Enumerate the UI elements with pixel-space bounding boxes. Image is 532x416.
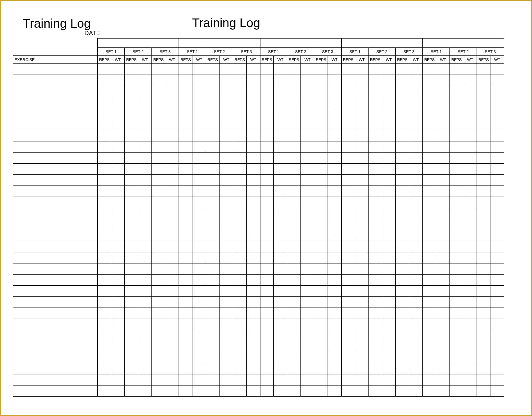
exercise-name-cell[interactable]	[13, 241, 98, 252]
wt-cell[interactable]	[192, 86, 206, 97]
reps-cell[interactable]	[341, 219, 355, 230]
wt-cell[interactable]	[409, 363, 423, 374]
wt-cell[interactable]	[490, 352, 504, 363]
reps-cell[interactable]	[450, 319, 463, 330]
reps-cell[interactable]	[152, 241, 165, 252]
reps-cell[interactable]	[450, 130, 463, 141]
wt-cell[interactable]	[274, 153, 287, 164]
reps-cell[interactable]	[125, 97, 138, 108]
reps-cell[interactable]	[450, 208, 463, 219]
wt-cell[interactable]	[409, 75, 423, 86]
wt-cell[interactable]	[301, 319, 314, 330]
wt-cell[interactable]	[382, 352, 396, 363]
reps-cell[interactable]	[450, 97, 463, 108]
wt-cell[interactable]	[301, 297, 314, 308]
reps-cell[interactable]	[287, 385, 301, 397]
reps-cell[interactable]	[450, 141, 463, 153]
wt-cell[interactable]	[111, 275, 125, 286]
wt-cell[interactable]	[409, 130, 423, 141]
reps-cell[interactable]	[341, 308, 355, 319]
reps-cell[interactable]	[206, 64, 220, 75]
wt-cell[interactable]	[490, 297, 504, 308]
wt-cell[interactable]	[111, 330, 125, 341]
reps-cell[interactable]	[125, 86, 138, 97]
wt-cell[interactable]	[165, 352, 179, 363]
reps-cell[interactable]	[179, 286, 192, 297]
wt-cell[interactable]	[328, 297, 341, 308]
reps-cell[interactable]	[369, 374, 382, 385]
wt-cell[interactable]	[355, 385, 369, 397]
reps-cell[interactable]	[233, 197, 247, 208]
wt-cell[interactable]	[436, 230, 450, 241]
wt-cell[interactable]	[382, 186, 396, 197]
wt-cell[interactable]	[138, 208, 152, 219]
wt-cell[interactable]	[247, 208, 260, 219]
reps-cell[interactable]	[152, 130, 165, 141]
reps-cell[interactable]	[341, 374, 355, 385]
reps-cell[interactable]	[423, 108, 436, 119]
wt-cell[interactable]	[436, 97, 450, 108]
wt-cell[interactable]	[463, 208, 477, 219]
wt-cell[interactable]	[220, 252, 233, 263]
reps-cell[interactable]	[179, 252, 192, 263]
wt-cell[interactable]	[247, 130, 260, 141]
reps-cell[interactable]	[179, 64, 192, 75]
reps-cell[interactable]	[341, 319, 355, 330]
wt-cell[interactable]	[301, 385, 314, 397]
wt-cell[interactable]	[490, 108, 504, 119]
reps-cell[interactable]	[341, 230, 355, 241]
reps-cell[interactable]	[477, 241, 490, 252]
wt-cell[interactable]	[220, 374, 233, 385]
reps-cell[interactable]	[314, 186, 328, 197]
reps-cell[interactable]	[477, 252, 490, 263]
reps-cell[interactable]	[206, 352, 220, 363]
wt-cell[interactable]	[382, 153, 396, 164]
wt-cell[interactable]	[192, 374, 206, 385]
reps-cell[interactable]	[179, 330, 192, 341]
wt-cell[interactable]	[490, 363, 504, 374]
reps-cell[interactable]	[341, 330, 355, 341]
wt-cell[interactable]	[247, 119, 260, 130]
reps-cell[interactable]	[450, 385, 463, 397]
wt-cell[interactable]	[463, 197, 477, 208]
reps-cell[interactable]	[260, 108, 274, 119]
wt-cell[interactable]	[463, 319, 477, 330]
reps-cell[interactable]	[233, 130, 247, 141]
reps-cell[interactable]	[341, 186, 355, 197]
date-cell[interactable]	[260, 39, 341, 48]
reps-cell[interactable]	[369, 308, 382, 319]
reps-cell[interactable]	[98, 64, 111, 75]
reps-cell[interactable]	[206, 97, 220, 108]
reps-cell[interactable]	[179, 275, 192, 286]
reps-cell[interactable]	[125, 241, 138, 252]
reps-cell[interactable]	[341, 341, 355, 352]
exercise-name-cell[interactable]	[13, 197, 98, 208]
reps-cell[interactable]	[260, 64, 274, 75]
reps-cell[interactable]	[179, 374, 192, 385]
reps-cell[interactable]	[260, 186, 274, 197]
reps-cell[interactable]	[98, 219, 111, 230]
wt-cell[interactable]	[165, 330, 179, 341]
reps-cell[interactable]	[98, 175, 111, 186]
wt-cell[interactable]	[463, 330, 477, 341]
wt-cell[interactable]	[328, 330, 341, 341]
reps-cell[interactable]	[341, 352, 355, 363]
wt-cell[interactable]	[111, 219, 125, 230]
wt-cell[interactable]	[436, 119, 450, 130]
wt-cell[interactable]	[328, 219, 341, 230]
reps-cell[interactable]	[260, 374, 274, 385]
reps-cell[interactable]	[179, 363, 192, 374]
wt-cell[interactable]	[436, 197, 450, 208]
wt-cell[interactable]	[192, 119, 206, 130]
reps-cell[interactable]	[314, 219, 328, 230]
wt-cell[interactable]	[192, 241, 206, 252]
wt-cell[interactable]	[165, 208, 179, 219]
wt-cell[interactable]	[220, 130, 233, 141]
reps-cell[interactable]	[477, 197, 490, 208]
reps-cell[interactable]	[179, 97, 192, 108]
wt-cell[interactable]	[409, 208, 423, 219]
reps-cell[interactable]	[341, 363, 355, 374]
wt-cell[interactable]	[165, 385, 179, 397]
wt-cell[interactable]	[220, 97, 233, 108]
reps-cell[interactable]	[314, 341, 328, 352]
